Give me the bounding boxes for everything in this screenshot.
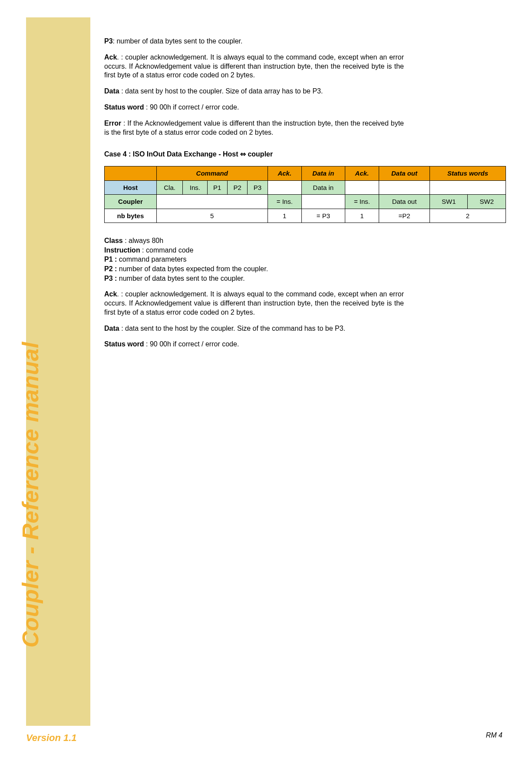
page-number: RM 4	[486, 731, 502, 739]
cell-nb-eqp2: =P2	[379, 209, 430, 223]
cell-cla: Cla.	[156, 180, 182, 195]
def-class-text: : always 80h	[123, 237, 163, 244]
sidebar-version: Version 1.1	[26, 732, 77, 744]
def-p1: P1 : command parameters	[104, 255, 404, 264]
cell-host-status	[430, 180, 506, 195]
p3-text: : number of data bytes sent to the coupl…	[113, 37, 243, 45]
case-heading: Case 4 : ISO InOut Data Exchange - Host …	[104, 150, 404, 159]
cell-coupler-dataout: Data out	[379, 195, 430, 209]
cell-p2: P2	[227, 180, 247, 195]
header-ack2: Ack.	[345, 166, 379, 181]
header-ack1: Ack.	[268, 166, 301, 181]
ack-text-2: . : coupler acknowledgement. It is alway…	[104, 290, 404, 316]
cell-coupler-command	[156, 195, 268, 209]
def-p2-text: number of data bytes expected from the c…	[117, 265, 268, 272]
statusword-paragraph-2: Status word : 90 00h if correct / error …	[104, 340, 404, 349]
data-paragraph: Data : data sent by host to the coupler.…	[104, 87, 404, 96]
cell-coupler-datain	[301, 195, 345, 209]
page-root: Coupler - Reference manual Version 1.1 P…	[0, 0, 532, 761]
cell-coupler-ack2: = Ins.	[345, 195, 379, 209]
cell-coupler-sw1: SW1	[430, 195, 468, 209]
cell-coupler-ack1: = Ins.	[268, 195, 301, 209]
table-nbbytes-row: nb bytes 5 1 = P3 1 =P2 2	[105, 209, 506, 223]
def-class-label: Class	[104, 237, 123, 244]
header-blank	[105, 166, 157, 181]
cell-nb-2: 2	[430, 209, 506, 223]
def-p2-label: P2 :	[104, 265, 117, 272]
p3-label: P3	[104, 37, 113, 45]
header-statuswords: Status words	[430, 166, 506, 181]
def-p2: P2 : number of data bytes expected from …	[104, 264, 404, 274]
header-datain: Data in	[301, 166, 345, 181]
data-label: Data	[104, 87, 119, 95]
statusword-text-2: : 90 00h if correct / error code.	[144, 340, 239, 348]
table-coupler-row: Coupler = Ins. = Ins. Data out SW1 SW2	[105, 195, 506, 209]
error-label: Error	[104, 120, 121, 127]
row-host-label: Host	[105, 180, 157, 195]
statusword-label: Status word	[104, 103, 144, 111]
sidebar-band: Coupler - Reference manual	[26, 17, 90, 726]
exchange-table: Command Ack. Data in Ack. Data out Statu…	[104, 166, 506, 223]
sidebar-title: Coupler - Reference manual	[17, 342, 43, 648]
cell-nb-5: 5	[156, 209, 268, 223]
ack-paragraph: Ack. : coupler acknowledgement. It is al…	[104, 53, 404, 80]
statusword-label-2: Status word	[104, 340, 144, 348]
cell-nb-1b: 1	[345, 209, 379, 223]
statusword-text: : 90 00h if correct / error code.	[144, 103, 239, 111]
error-paragraph: Error : If the Acknowledgement value is …	[104, 119, 404, 137]
cell-p1: P1	[207, 180, 227, 195]
data-text: : data sent by host to the coupler. Size…	[119, 87, 323, 95]
def-p3-text: number of data bytes sent to the coupler…	[117, 275, 245, 282]
error-text: : If the Acknowledgement value is differ…	[104, 120, 404, 136]
data-text-2: : data sent to the host by the coupler. …	[119, 325, 345, 332]
row-coupler-label: Coupler	[105, 195, 157, 209]
cell-host-datain: Data in	[301, 180, 345, 195]
def-p3-label: P3 :	[104, 275, 117, 282]
def-class: Class : always 80h	[104, 236, 404, 246]
statusword-paragraph: Status word : 90 00h if correct / error …	[104, 103, 404, 112]
data-paragraph-2: Data : data sent to the host by the coup…	[104, 324, 404, 333]
cell-ins: Ins.	[183, 180, 207, 195]
def-instruction: Instruction : command code	[104, 246, 404, 255]
def-instruction-text: : command code	[140, 246, 194, 254]
table-host-row: Host Cla. Ins. P1 P2 P3 Data in	[105, 180, 506, 195]
definitions-block: Class : always 80h Instruction : command…	[104, 236, 404, 283]
ack-paragraph-2: Ack. : coupler acknowledgement. It is al…	[104, 290, 404, 317]
cell-coupler-sw2: SW2	[468, 195, 506, 209]
cell-host-dataout	[379, 180, 430, 195]
def-p1-text: command parameters	[117, 256, 186, 263]
def-p3: P3 : number of data bytes sent to the co…	[104, 274, 404, 283]
cell-nb-eqp3: = P3	[301, 209, 345, 223]
header-command: Command	[156, 166, 268, 181]
ack-label-2: Ack	[104, 290, 117, 298]
def-p1-label: P1 :	[104, 256, 117, 263]
cell-nb-1a: 1	[268, 209, 301, 223]
ack-text: . : coupler acknowledgement. It is alway…	[104, 53, 404, 79]
cell-host-ack2	[345, 180, 379, 195]
cell-host-ack1	[268, 180, 301, 195]
def-instruction-label: Instruction	[104, 246, 140, 254]
data-label-2: Data	[104, 325, 119, 332]
header-dataout: Data out	[379, 166, 430, 181]
main-content: P3: number of data bytes sent to the cou…	[104, 37, 404, 356]
p3-paragraph: P3: number of data bytes sent to the cou…	[104, 37, 404, 46]
row-nbbytes-label: nb bytes	[105, 209, 157, 223]
cell-p3: P3	[248, 180, 268, 195]
table-header-row: Command Ack. Data in Ack. Data out Statu…	[105, 166, 506, 181]
ack-label: Ack	[104, 53, 117, 61]
